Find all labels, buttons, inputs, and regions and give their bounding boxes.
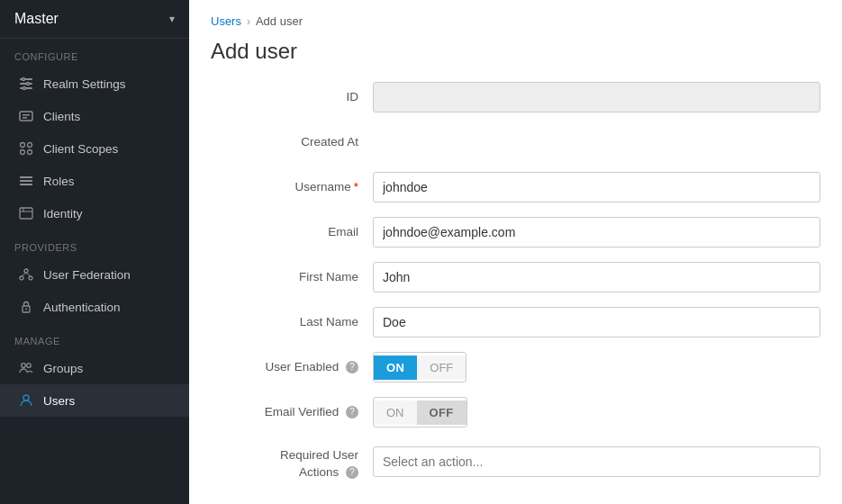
email-verified-toggle[interactable]: ON OFF [373, 397, 467, 428]
clients-icon [18, 108, 34, 124]
svg-rect-17 [20, 180, 32, 182]
federation-icon [18, 266, 34, 283]
username-label: Username* [211, 179, 373, 196]
sidebar-item-label: User Federation [43, 268, 131, 282]
svg-point-12 [21, 143, 25, 148]
required-actions-label: Required UserActions ? [211, 442, 373, 482]
last-name-field-container [373, 307, 820, 338]
username-row: Username* [211, 172, 820, 202]
users-icon [18, 392, 34, 409]
email-verified-off-label: OFF [417, 400, 466, 425]
page-title: Add user [189, 35, 842, 82]
sidebar-item-identity[interactable]: Identity [0, 197, 189, 230]
auth-icon [18, 299, 34, 315]
svg-point-13 [28, 143, 32, 148]
user-enabled-on-label: ON [374, 356, 417, 380]
required-actions-help-icon[interactable]: ? [346, 466, 358, 479]
svg-point-30 [27, 364, 32, 368]
first-name-field-container [373, 262, 820, 292]
user-enabled-off-label: OFF [417, 356, 466, 380]
required-actions-input[interactable] [373, 446, 820, 477]
identity-icon [18, 205, 34, 221]
master-label: Master [14, 11, 59, 27]
email-field-container [373, 217, 820, 248]
roles-icon [18, 173, 34, 189]
svg-point-15 [28, 150, 32, 155]
svg-point-24 [29, 276, 32, 280]
sidebar-item-users[interactable]: Users [0, 384, 189, 417]
user-enabled-toggle[interactable]: ON OFF [373, 352, 466, 382]
last-name-input[interactable] [373, 307, 820, 338]
sidebar-item-label: Client Scopes [43, 142, 118, 156]
svg-point-23 [20, 276, 23, 280]
email-verified-label: Email Verified ? [211, 404, 373, 421]
breadcrumb-current: Add user [256, 14, 303, 28]
sidebar-item-label: Identity [43, 207, 83, 220]
email-verified-help-icon[interactable]: ? [346, 406, 358, 418]
configure-section-label: Configure [0, 39, 189, 68]
user-enabled-help-icon[interactable]: ? [346, 361, 358, 374]
user-enabled-toggle-container: ON OFF [373, 352, 820, 382]
first-name-input[interactable] [373, 262, 820, 292]
master-dropdown[interactable]: Master ▾ [0, 0, 189, 39]
email-verified-toggle-container: ON OFF [373, 397, 820, 428]
required-actions-row: Required UserActions ? [211, 442, 820, 482]
breadcrumb-parent-link[interactable]: Users [211, 14, 241, 28]
svg-point-14 [21, 150, 25, 155]
svg-point-31 [23, 395, 29, 400]
svg-rect-18 [20, 184, 32, 185]
last-name-label: Last Name [211, 314, 373, 331]
chevron-down-icon: ▾ [169, 13, 175, 25]
user-enabled-label: User Enabled ? [211, 359, 373, 376]
email-input[interactable] [373, 217, 820, 248]
sidebar-item-realm-settings[interactable]: Realm Settings [0, 68, 189, 100]
sidebar-item-authentication[interactable]: Authentication [0, 291, 189, 323]
id-input [373, 82, 820, 112]
svg-rect-16 [20, 176, 32, 178]
email-row: Email [211, 217, 820, 248]
providers-section-label: Providers [0, 230, 189, 258]
sidebar-item-label: Groups [43, 362, 83, 375]
sidebar-item-label: Users [43, 394, 75, 408]
sidebar-item-roles[interactable]: Roles [0, 165, 189, 197]
username-required: * [354, 180, 358, 194]
sidebar-item-client-scopes[interactable]: Client Scopes [0, 132, 189, 165]
username-input[interactable] [373, 172, 820, 202]
sidebar-item-label: Roles [43, 175, 75, 188]
svg-point-22 [24, 269, 28, 273]
id-label: ID [211, 89, 373, 106]
svg-line-25 [22, 273, 26, 276]
main-content: Users › Add user Add user ID Created At … [189, 0, 842, 504]
svg-rect-19 [20, 208, 32, 219]
breadcrumb-separator: › [247, 15, 250, 28]
sidebar-item-user-federation[interactable]: User Federation [0, 258, 189, 291]
first-name-row: First Name [211, 262, 820, 292]
sidebar-item-label: Realm Settings [43, 77, 126, 91]
groups-icon [18, 360, 34, 376]
username-field-container [373, 172, 820, 202]
sidebar-item-label: Clients [43, 110, 80, 123]
svg-rect-11 [23, 117, 27, 119]
first-name-label: First Name [211, 269, 373, 286]
id-row: ID [211, 82, 820, 112]
required-actions-field-container [373, 446, 820, 477]
email-verified-row: Email Verified ? ON OFF [211, 397, 820, 428]
breadcrumb: Users › Add user [189, 0, 842, 35]
sidebar: Master ▾ Configure Realm Settings Client… [0, 0, 189, 504]
last-name-row: Last Name [211, 307, 820, 338]
svg-point-29 [22, 364, 26, 368]
email-label: Email [211, 224, 373, 241]
sidebar-item-label: Authentication [43, 301, 121, 314]
user-enabled-row: User Enabled ? ON OFF [211, 352, 820, 382]
add-user-form: ID Created At Username* Email [189, 82, 842, 504]
id-field-container [373, 82, 820, 112]
svg-rect-10 [23, 114, 30, 116]
svg-point-28 [25, 309, 27, 310]
sidebar-item-clients[interactable]: Clients [0, 100, 189, 132]
svg-rect-9 [20, 112, 32, 121]
sidebar-item-groups[interactable]: Groups [0, 352, 189, 384]
email-verified-on-label: ON [374, 400, 417, 425]
manage-section-label: Manage [0, 323, 189, 352]
created-at-row: Created At [211, 127, 820, 158]
created-at-label: Created At [211, 134, 373, 151]
